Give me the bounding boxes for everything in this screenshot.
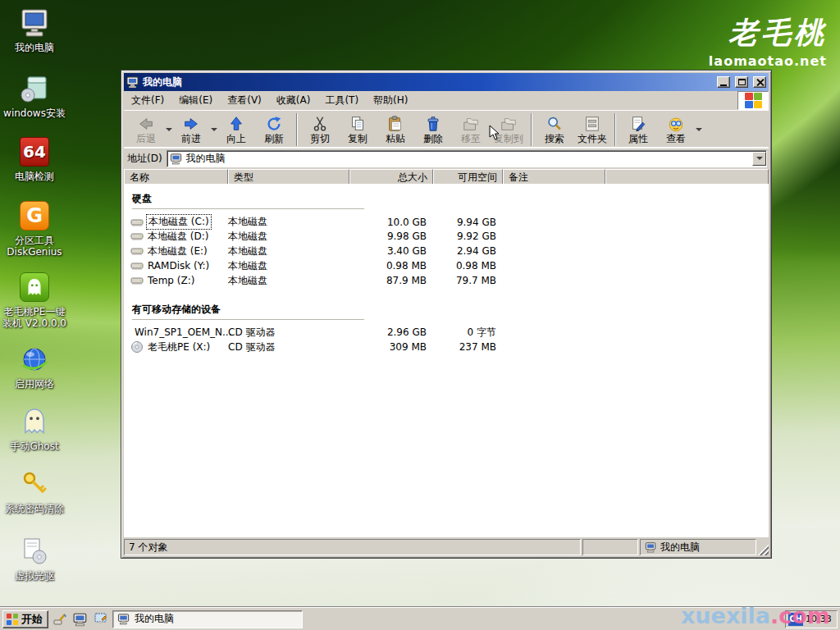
cut-button[interactable]: 剪切 [301,112,339,147]
forward-arrow-icon [181,115,201,133]
address-combo[interactable]: 我的电脑 [167,150,767,167]
brand-title: 老毛桃 [709,13,827,53]
file-list: 硬盘 本地磁盘 (C:) 本地磁盘 10.0 GB 9.94 GB 本地磁盘 (… [124,184,769,537]
password-clear-key-icon [18,468,51,500]
hard-drive-icon [130,216,144,229]
taskbar-task-my-computer[interactable]: 我的电脑 [112,610,303,628]
cut-scissors-icon [310,115,330,133]
hard-drive-icon [130,230,144,243]
desktop-icon-pc-check[interactable]: 64 电脑检测 [0,135,69,182]
desktop-icon-label: 手动Ghost [10,441,58,452]
search-button[interactable]: 搜索 [536,112,573,147]
status-computer-icon [645,541,657,553]
hard-drive-icon [130,244,144,258]
enable-network-icon [18,343,51,376]
refresh-button[interactable]: 刷新 [255,112,293,147]
maximize-button[interactable] [735,76,748,88]
view-dropdown[interactable] [695,112,702,147]
taskbar: 开始 我的电脑 CH 10:33 [0,607,840,630]
up-arrow-icon [226,115,246,133]
column-headers: 名称 类型 总大小 可用空间 备注 [124,169,769,184]
task-computer-icon [117,613,130,625]
minimize-button[interactable] [717,76,730,88]
language-indicator[interactable]: CH [788,613,803,626]
menu-help[interactable]: 帮助(H) [366,91,415,110]
menu-tools[interactable]: 工具(T) [317,91,366,110]
forward-dropdown[interactable] [210,112,217,147]
copy-to-folder-icon [498,115,519,133]
quick-launch-desktop-icon[interactable] [92,610,110,628]
window-titlebar[interactable]: 我的电脑 [124,73,769,91]
drive-row-e[interactable]: 本地磁盘 (E:) 本地磁盘 3.40 GB 2.94 GB [124,244,769,258]
desktop-icon-label: 系统密码清除 [5,503,64,514]
forward-button[interactable]: 前进 [172,112,210,147]
desktop-icon-diskgenius[interactable]: G 分区工具 DiskGenius [0,199,69,258]
windows-install-icon [18,72,51,105]
hard-drive-icon [130,259,144,272]
drive-row-z[interactable]: Temp (Z:) 本地磁盘 87.9 MB 79.7 MB [124,273,769,288]
desktop-icon-my-computer[interactable]: 我的电脑 [0,7,69,53]
badge-g: G [20,201,49,231]
view-button[interactable]: 查看 [657,112,695,147]
status-bar: 7 个对象 我的电脑 [124,537,769,555]
toolbar: 后退 前进 向上 刷新 剪切 复制 粘贴 [124,111,769,148]
folders-button[interactable]: 文件夹 [573,112,611,147]
cd-row-laomaotao[interactable]: 老毛桃PE (X:) CD 驱动器 309 MB 237 MB [124,340,769,354]
menu-edit[interactable]: 编辑(E) [171,91,220,110]
properties-button[interactable]: 属性 [619,112,657,147]
status-object-count: 7 个对象 [124,539,581,555]
back-dropdown[interactable] [165,112,172,147]
brand-subtitle: laomaotao.net [709,53,827,69]
desktop-icon-manual-ghost[interactable]: 手动Ghost [0,405,69,452]
desktop-icon-windows-install[interactable]: windows安装 [0,72,69,119]
drive-row-y[interactable]: RAMDisk (Y:) 本地磁盘 0.98 MB 0.98 MB [124,258,769,273]
status-location-text: 我的电脑 [660,541,700,555]
desktop-icon-enable-network[interactable]: 启用网络 [0,343,69,390]
virtual-cdrom-icon [18,535,51,568]
start-logo-icon [7,614,18,625]
copy-pages-icon [348,115,368,133]
windows-logo-icon [737,91,769,110]
diskgenius-icon: G [18,199,51,232]
pc-check-64-icon: 64 [18,135,51,168]
menu-file[interactable]: 文件(F) [124,91,171,110]
up-button[interactable]: 向上 [217,112,255,147]
toolbar-separator [296,113,298,146]
drive-row-c[interactable]: 本地磁盘 (C:) 本地磁盘 10.0 GB 9.94 GB [124,214,769,229]
delete-button[interactable]: 删除 [414,112,452,147]
desktop-icon-label: windows安装 [3,107,66,119]
start-button[interactable]: 开始 [2,610,48,628]
cd-row-win7[interactable]: Win7_SP1_OEM_N... CD 驱动器 2.96 GB 0 字节 [124,325,769,340]
desktop-icon-virtual-cdrom[interactable]: 虚拟光驱 [0,535,69,582]
address-computer-icon [170,153,183,165]
menu-bar: 文件(F) 编辑(E) 查看(V) 收藏(A) 工具(T) 帮助(H) [124,91,769,111]
quick-launch-sweep-icon[interactable] [51,610,69,628]
menu-view[interactable]: 查看(V) [220,91,269,110]
window-title: 我的电脑 [143,75,712,89]
task-label: 我的电脑 [135,612,174,626]
desktop-icon-password-clear[interactable]: 系统密码清除 [0,468,69,514]
move-to-button[interactable]: 移至 [452,112,490,147]
clock[interactable]: 10:33 [806,614,832,624]
drive-row-d[interactable]: 本地磁盘 (D:) 本地磁盘 9.98 GB 9.92 GB [124,229,769,244]
address-dropdown-button[interactable] [752,152,766,166]
close-button[interactable] [753,76,766,88]
desktop-icon-label: 虚拟光驱 [15,570,54,582]
quick-launch-monitor-icon[interactable] [71,610,89,628]
copy-button[interactable]: 复制 [339,112,377,147]
search-icon [545,115,564,133]
toolbar-separator [531,113,532,146]
menu-favorites[interactable]: 收藏(A) [269,91,318,110]
badge-64: 64 [20,137,49,167]
paste-button[interactable]: 粘贴 [377,112,414,147]
desktop-icon-label: 我的电脑 [15,42,54,53]
copy-to-button[interactable]: 复制到 [490,112,527,147]
move-to-folder-icon [460,115,482,133]
status-location: 我的电脑 [640,539,756,555]
resize-grip[interactable] [758,539,769,555]
address-value: 我的电脑 [186,152,226,166]
window-icon [126,75,139,89]
back-button[interactable]: 后退 [127,112,165,147]
desktop-icon-laomaotao-pe[interactable]: 老毛桃PE一键装机 V2.0.0.0 [0,271,69,329]
cd-drive-icon [130,340,144,354]
